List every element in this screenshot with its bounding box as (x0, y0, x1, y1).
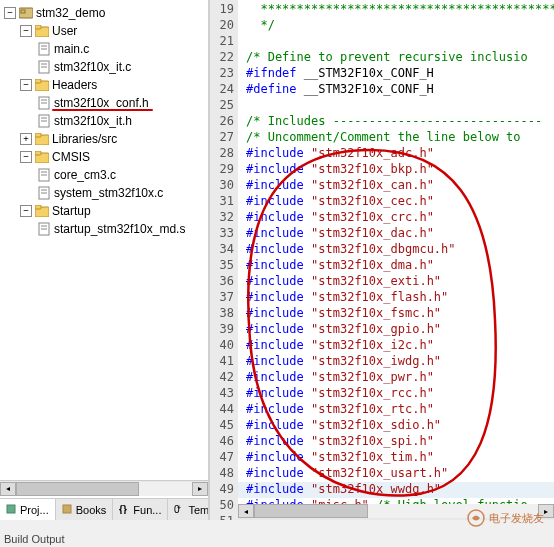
expand-icon[interactable]: − (4, 7, 16, 19)
code-line[interactable]: #include "stm32f10x_wwdg.h" (238, 482, 554, 498)
line-number: 51 (210, 514, 238, 520)
svg-rect-1 (21, 10, 25, 13)
watermark: 电子发烧友 (467, 509, 544, 527)
line-number: 23 (210, 66, 238, 82)
code-editor[interactable]: 1920212223242526272829303132333435363738… (210, 0, 554, 520)
code-line[interactable]: */ (238, 18, 554, 34)
expand-icon[interactable]: − (20, 151, 32, 163)
line-number: 45 (210, 418, 238, 434)
sidebar-tab[interactable]: {}Fun... (113, 499, 168, 520)
code-line[interactable]: /* Uncomment/Comment the line below to (238, 130, 554, 146)
sidebar-tab[interactable]: 0+Tem... (168, 499, 210, 520)
tree-file[interactable]: stm32f10x_it.c (2, 58, 206, 76)
code-line[interactable]: #include "stm32f10x_tim.h" (238, 450, 554, 466)
code-line[interactable]: #ifndef __STM32F10x_CONF_H (238, 66, 554, 82)
line-number: 40 (210, 338, 238, 354)
line-number: 36 (210, 274, 238, 290)
code-line[interactable]: #include "stm32f10x_crc.h" (238, 210, 554, 226)
tree-file[interactable]: stm32f10x_conf.h (2, 94, 206, 112)
line-number: 42 (210, 370, 238, 386)
svg-text:{}: {} (119, 504, 127, 514)
line-number: 26 (210, 114, 238, 130)
tree-folder[interactable]: −Headers (2, 76, 206, 94)
tree-label: CMSIS (52, 150, 90, 164)
code-line[interactable]: #include "stm32f10x_can.h" (238, 178, 554, 194)
tab-label: Tem... (188, 504, 210, 516)
line-number: 33 (210, 226, 238, 242)
tab-label: Proj... (20, 504, 49, 516)
tree-folder[interactable]: −CMSIS (2, 148, 206, 166)
code-line[interactable]: #include "stm32f10x_adc.h" (238, 146, 554, 162)
code-line[interactable]: #include "stm32f10x_cec.h" (238, 194, 554, 210)
sidebar-tab[interactable]: Books (56, 499, 114, 520)
expand-icon[interactable]: − (20, 205, 32, 217)
tree-root[interactable]: −stm32_demo (2, 4, 206, 22)
scroll-right-button[interactable]: ▸ (192, 482, 208, 496)
code-line[interactable]: #define __STM32F10x_CONF_H (238, 82, 554, 98)
code-line[interactable]: #include "stm32f10x_flash.h" (238, 290, 554, 306)
tree-label: stm32_demo (36, 6, 105, 20)
line-number: 30 (210, 178, 238, 194)
svg-rect-33 (7, 505, 15, 513)
svg-rect-3 (35, 25, 41, 29)
expand-icon[interactable]: − (20, 79, 32, 91)
code-line[interactable]: #include "stm32f10x_dma.h" (238, 258, 554, 274)
code-line[interactable]: #include "stm32f10x_rcc.h" (238, 386, 554, 402)
tree-label: stm32f10x_it.h (54, 114, 132, 128)
scroll-left-button[interactable]: ◂ (0, 482, 16, 496)
folder-icon (34, 149, 50, 165)
scroll-track[interactable] (16, 482, 192, 496)
tree-file[interactable]: system_stm32f10x.c (2, 184, 206, 202)
code-line[interactable]: #include "stm32f10x_pwr.h" (238, 370, 554, 386)
code-line[interactable]: #include "stm32f10x_sdio.h" (238, 418, 554, 434)
code-line[interactable]: #include "stm32f10x_iwdg.h" (238, 354, 554, 370)
sidebar-scrollbar-h[interactable]: ◂ ▸ (0, 480, 208, 496)
file-icon (36, 185, 52, 201)
expand-icon[interactable]: + (20, 133, 32, 145)
tree-file[interactable]: core_cm3.c (2, 166, 206, 184)
code-line[interactable]: #include "stm32f10x_bkp.h" (238, 162, 554, 178)
tree-label: Headers (52, 78, 97, 92)
code-line[interactable] (238, 98, 554, 114)
line-number: 22 (210, 50, 238, 66)
code-line[interactable]: #include "stm32f10x_gpio.h" (238, 322, 554, 338)
tree-label: startup_stm32f10x_md.s (54, 222, 185, 236)
line-number: 35 (210, 258, 238, 274)
tab-icon: {} (119, 504, 131, 516)
line-number: 49 (210, 482, 238, 498)
expand-icon[interactable]: − (20, 25, 32, 37)
tree-folder[interactable]: +Libraries/src (2, 130, 206, 148)
code-line[interactable]: #include "stm32f10x_rtc.h" (238, 402, 554, 418)
code-line[interactable]: ****************************************… (238, 2, 554, 18)
code-line[interactable]: /* Includes ----------------------------… (238, 114, 554, 130)
tree-file[interactable]: main.c (2, 40, 206, 58)
code-line[interactable]: #include "stm32f10x_dbgmcu.h" (238, 242, 554, 258)
file-icon (36, 113, 52, 129)
svg-rect-11 (35, 79, 41, 83)
code-content[interactable]: ****************************************… (238, 0, 554, 520)
tree-label: main.c (54, 42, 89, 56)
code-line[interactable]: /* Define to prevent recursive inclusio (238, 50, 554, 66)
code-line[interactable]: #include "stm32f10x_usart.h" (238, 466, 554, 482)
scroll-thumb[interactable] (254, 504, 368, 518)
code-line[interactable]: #include "stm32f10x_fsmc.h" (238, 306, 554, 322)
line-number: 32 (210, 210, 238, 226)
code-line[interactable]: #include "stm32f10x_i2c.h" (238, 338, 554, 354)
code-line[interactable]: #include "stm32f10x_spi.h" (238, 434, 554, 450)
tree-file[interactable]: startup_stm32f10x_md.s (2, 220, 206, 238)
svg-rect-21 (35, 151, 41, 155)
tree-file[interactable]: stm32f10x_it.h (2, 112, 206, 130)
code-line[interactable] (238, 34, 554, 50)
code-line[interactable]: #include "stm32f10x_dac.h" (238, 226, 554, 242)
tree-folder[interactable]: −Startup (2, 202, 206, 220)
scroll-left-button[interactable]: ◂ (238, 504, 254, 518)
project-tree[interactable]: −stm32_demo−Usermain.cstm32f10x_it.c−Hea… (0, 0, 208, 242)
sidebar-tab[interactable]: Proj... (0, 499, 56, 520)
line-number: 46 (210, 434, 238, 450)
tree-folder[interactable]: −User (2, 22, 206, 40)
line-number: 34 (210, 242, 238, 258)
scroll-thumb[interactable] (16, 482, 139, 496)
file-icon (36, 41, 52, 57)
code-line[interactable]: #include "stm32f10x_exti.h" (238, 274, 554, 290)
tab-label: Books (76, 504, 107, 516)
